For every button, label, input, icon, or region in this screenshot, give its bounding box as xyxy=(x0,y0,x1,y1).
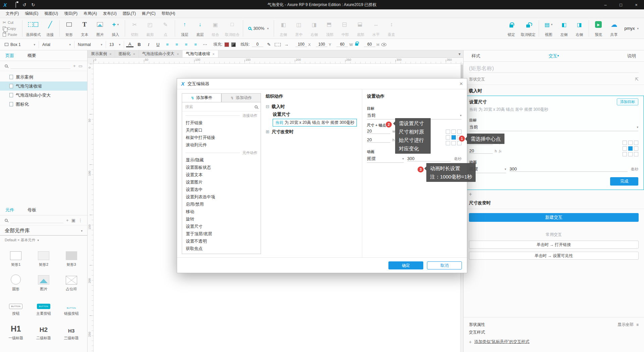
target-select[interactable]: 当前 ▾ xyxy=(469,123,638,131)
action-item[interactable]: 设置选中 xyxy=(182,186,261,193)
tab-widgets[interactable]: 元件 xyxy=(5,207,14,213)
menu-team[interactable]: 团队(T) xyxy=(120,11,139,16)
anchor-cell[interactable] xyxy=(634,146,638,151)
tab-pages[interactable]: 页面 xyxy=(5,53,14,59)
tab-masters[interactable]: 母板 xyxy=(28,207,36,213)
close-button[interactable]: × xyxy=(629,0,644,9)
anchor-cell[interactable] xyxy=(451,141,456,145)
quick-onclick-openlink-button[interactable]: 单击时 → 打开链接 xyxy=(469,241,639,249)
select-mode-button[interactable]: 选择模式 xyxy=(24,19,42,38)
tree-event-onload[interactable]: ⊟ 载入时 xyxy=(266,103,360,110)
zoom-control[interactable]: 300% ▾ xyxy=(245,19,272,38)
save-icon[interactable] xyxy=(11,2,20,7)
show-all-link[interactable]: 显示全部 xyxy=(618,322,634,328)
close-tab-icon[interactable]: × xyxy=(109,52,111,56)
close-tab-icon[interactable]: × xyxy=(177,52,179,56)
distribute-horizontal-button[interactable]: ↔ 水平 xyxy=(368,19,384,38)
search-icon[interactable] xyxy=(5,219,8,222)
align-text-left-button[interactable]: ≡ xyxy=(173,41,180,48)
action-item[interactable]: 旋转 xyxy=(182,215,261,223)
page-item[interactable]: 图标化 xyxy=(0,100,87,109)
menu-view[interactable]: 视图(U) xyxy=(41,11,61,16)
widget-rectangle3[interactable]: 矩形3 xyxy=(57,245,85,269)
fx-icon[interactable]: fx xyxy=(499,149,501,153)
views-button[interactable]: ▤▾ 视图 xyxy=(541,19,556,38)
animation-select[interactable]: 摇摆 ▾ xyxy=(367,155,404,163)
font-color-button[interactable]: A xyxy=(126,42,133,47)
duration-input[interactable] xyxy=(407,156,451,161)
close-tab-icon[interactable]: × xyxy=(212,52,214,56)
add-page-icon[interactable]: + xyxy=(73,63,76,68)
widgets-search-input[interactable] xyxy=(10,218,63,223)
widget-h3[interactable]: H3三级标题 xyxy=(57,318,85,343)
gradient-swatch[interactable] xyxy=(231,42,236,47)
add-interaction-style-link[interactable]: + 添加类似“鼠标悬停”的交互样式 xyxy=(464,336,644,347)
action-item[interactable]: 设置尺寸 xyxy=(182,223,261,230)
anchor-cell[interactable] xyxy=(457,130,462,134)
line-weight-input[interactable] xyxy=(252,42,263,47)
anchor-cell[interactable] xyxy=(623,152,627,156)
slice-tool-button[interactable]: ✂ 切割 xyxy=(127,19,142,38)
action-item[interactable]: 置于顶层/底层 xyxy=(182,230,261,238)
dialog-close-icon[interactable]: × xyxy=(460,81,463,87)
tree-action-set-size[interactable]: 设置尺寸 xyxy=(266,110,360,118)
distribute-vertical-button[interactable]: ↕ 垂直 xyxy=(384,19,399,38)
align-text-center-button[interactable]: ≡ xyxy=(182,41,190,48)
cancel-button[interactable]: 取消 xyxy=(427,261,462,269)
target-picker-icon[interactable]: ⇱ xyxy=(635,77,639,82)
tree-event-onresize[interactable]: ⊞ 尺寸改变时 xyxy=(266,128,360,136)
action-item[interactable]: 移动 xyxy=(182,208,261,215)
account-menu[interactable]: pmyx ▾ xyxy=(622,19,641,38)
height-value-input[interactable] xyxy=(469,148,493,154)
align-left-button[interactable]: ◧ 左侧 xyxy=(276,19,291,38)
font-weight-select[interactable]: Normal ▾ xyxy=(76,41,106,48)
anchor-cell[interactable] xyxy=(446,135,450,140)
point-tool-button[interactable]: ✎ 点 xyxy=(158,19,173,38)
action-item[interactable]: 设置不透明 xyxy=(182,238,261,245)
action-item[interactable]: 滚动到元件 xyxy=(182,141,261,149)
redo-icon[interactable]: ↻ xyxy=(29,2,38,7)
image-tool-button[interactable]: 图片 xyxy=(92,19,108,38)
minimize-button[interactable]: – xyxy=(598,0,613,9)
undo-icon[interactable]: ↺ xyxy=(20,2,29,7)
widget-primary-button[interactable]: BUTTON主要按钮 xyxy=(30,294,58,318)
menu-help[interactable]: 帮助(H) xyxy=(159,11,178,16)
doc-tab[interactable]: 图标化× xyxy=(115,50,139,57)
x-input[interactable] xyxy=(296,42,307,47)
fill-color-swatch[interactable] xyxy=(224,42,229,47)
font-size-select[interactable]: 13 ▾ xyxy=(108,41,124,48)
paste-button[interactable]: Paste xyxy=(1,32,18,37)
more-text-options-button[interactable]: ⋯ xyxy=(201,41,209,48)
font-family-select[interactable]: Arial ▾ xyxy=(41,41,74,48)
tab-list-chevron[interactable]: ▾ xyxy=(456,50,463,57)
height-input[interactable] xyxy=(364,42,375,47)
page-item-selected[interactable]: 气泡匀速收缩 xyxy=(0,82,87,91)
anchor-cell[interactable] xyxy=(457,141,462,145)
doc-tab[interactable]: 展示案例× xyxy=(88,50,115,57)
width-value-input[interactable] xyxy=(367,129,390,134)
anchor-cell-selected[interactable] xyxy=(451,135,456,140)
search-icon[interactable] xyxy=(5,64,8,67)
line-color-icon[interactable]: ✎ xyxy=(265,41,273,48)
lock-button[interactable]: 锁定 xyxy=(503,19,519,38)
widget-text-label[interactable]: A xyxy=(2,343,30,352)
add-action-button[interactable]: + xyxy=(464,190,644,199)
action-item[interactable]: 设置图片 xyxy=(182,179,261,186)
action-item[interactable]: 显示/隐藏 xyxy=(182,156,261,164)
toggle-right-panel-button[interactable]: ◨ 右侧 xyxy=(572,19,587,38)
crop-tool-button[interactable]: ◰ 裁剪 xyxy=(142,19,158,38)
cut-button[interactable]: ✂Cut xyxy=(1,19,18,25)
widget-link-button[interactable]: BUTTON链接按钮 xyxy=(57,294,85,318)
widget-h2[interactable]: H2二级标题 xyxy=(30,318,58,343)
send-to-back-button[interactable]: ↓ 底层 xyxy=(192,19,208,38)
width-input[interactable] xyxy=(336,42,348,47)
widget-ellipse[interactable]: 圆形 xyxy=(2,269,30,294)
hamburger-icon[interactable]: ≡ xyxy=(636,322,639,327)
ungroup-button[interactable]: □ 取消组合 xyxy=(223,19,241,38)
italic-button[interactable]: I xyxy=(145,41,152,48)
action-item[interactable]: 关闭窗口 xyxy=(182,127,261,134)
anchor-cell[interactable] xyxy=(623,141,627,145)
duration-input[interactable] xyxy=(509,166,628,172)
tab-add-event[interactable]: ↯添加事件 xyxy=(182,93,221,102)
align-text-right-button[interactable]: ≡ xyxy=(192,41,199,48)
